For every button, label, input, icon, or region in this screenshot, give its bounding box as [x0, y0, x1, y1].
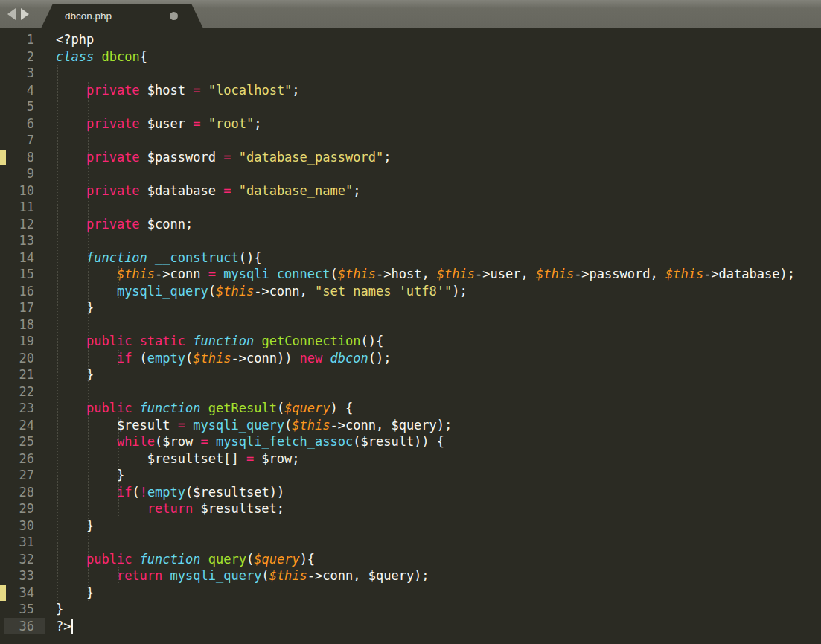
code-text: return $resultset;	[46, 500, 284, 517]
line-number: 18	[0, 316, 46, 334]
code-text: $resultset[] = $row;	[46, 450, 300, 468]
line-number: 32	[0, 551, 46, 568]
code-text	[46, 383, 56, 401]
code-line[interactable]: 32 public function query($query){	[0, 551, 821, 568]
nav-forward-icon[interactable]	[21, 8, 29, 20]
code-text: }	[46, 299, 94, 316]
line-number: 11	[0, 199, 46, 216]
line-number: 15	[0, 266, 46, 283]
code-line[interactable]: 23 public function getResult($query) {	[0, 400, 821, 417]
code-text	[46, 232, 56, 249]
code-text: private $host = "localhost";	[46, 82, 300, 99]
code-line[interactable]: 7	[0, 132, 821, 149]
code-text: $result = mysqli_query($this->conn, $que…	[46, 417, 452, 434]
tab-dbcon-php[interactable]: dbcon.php	[41, 4, 203, 28]
line-number: 16	[0, 283, 46, 300]
code-line[interactable]: 17 }	[0, 299, 821, 316]
code-text: }	[46, 601, 63, 618]
line-number: 8	[0, 149, 46, 166]
unsaved-changes-dot-icon	[170, 12, 178, 20]
code-text: if(!empty($resultset))	[46, 484, 284, 501]
code-line[interactable]: 20 if (empty($this->conn)) new dbcon();	[0, 350, 821, 367]
code-line[interactable]: 25 while($row = mysqli_fetch_assoc($resu…	[0, 433, 821, 450]
code-line[interactable]: 12 private $conn;	[0, 216, 821, 233]
code-line[interactable]: 26 $resultset[] = $row;	[0, 450, 821, 468]
tab-bar: dbcon.php	[0, 0, 821, 28]
code-text	[46, 65, 56, 82]
code-line[interactable]: 10 private $database = "database_name";	[0, 182, 821, 200]
code-text: public function getResult($query) {	[46, 400, 353, 417]
code-line[interactable]: 4 private $host = "localhost";	[0, 82, 821, 99]
code-text: class dbcon{	[46, 48, 147, 66]
code-line[interactable]: 28 if(!empty($resultset))	[0, 484, 821, 501]
code-line[interactable]: 16 mysqli_query($this->conn, "set names …	[0, 283, 821, 300]
code-text: }	[46, 467, 124, 484]
line-number: 29	[0, 500, 46, 517]
code-line[interactable]: 36?>	[0, 618, 821, 635]
line-number: 21	[0, 366, 46, 383]
code-text: while($row = mysqli_fetch_assoc($result)…	[46, 433, 444, 450]
code-line[interactable]: 27 }	[0, 467, 821, 484]
code-text: mysqli_query($this->conn, "set names 'ut…	[46, 283, 467, 300]
code-text: public function query($query){	[46, 551, 315, 568]
line-number: 5	[0, 98, 46, 115]
code-line[interactable]: 31	[0, 534, 821, 551]
code-line[interactable]: 9	[0, 165, 821, 182]
tab-nav-arrows	[7, 8, 29, 20]
code-line[interactable]: 3	[0, 65, 821, 82]
code-text: return mysqli_query($this->conn, $query)…	[46, 567, 429, 584]
line-number: 14	[0, 249, 46, 267]
code-text: private $password = "database_password";	[46, 149, 391, 166]
line-number: 3	[0, 65, 46, 82]
line-number: 9	[0, 165, 46, 182]
code-lines: 1<?php2class dbcon{34 private $host = "l…	[0, 31, 821, 634]
current-line-gutter-highlight	[4, 618, 45, 635]
code-text: }	[46, 584, 94, 602]
code-line[interactable]: 33 return mysqli_query($this->conn, $que…	[0, 567, 821, 584]
code-line[interactable]: 24 $result = mysqli_query($this->conn, $…	[0, 417, 821, 434]
line-number: 10	[0, 182, 46, 200]
code-line[interactable]: 1<?php	[0, 31, 821, 48]
line-number: 34	[0, 584, 46, 602]
code-line[interactable]: 22	[0, 383, 821, 401]
code-line[interactable]: 15 $this->conn = mysqli_connect($this->h…	[0, 266, 821, 283]
code-line[interactable]: 14 function __construct(){	[0, 249, 821, 267]
code-text: private $user = "root";	[46, 115, 261, 133]
code-line[interactable]: 5	[0, 98, 821, 115]
code-line[interactable]: 30 }	[0, 517, 821, 535]
code-text: ?>	[46, 618, 73, 635]
line-number: 4	[0, 82, 46, 99]
code-line[interactable]: 8 private $password = "database_password…	[0, 149, 821, 166]
code-line[interactable]: 34 }	[0, 584, 821, 602]
line-number: 33	[0, 567, 46, 584]
code-line[interactable]: 21 }	[0, 366, 821, 383]
code-line[interactable]: 13	[0, 232, 821, 249]
line-number: 6	[0, 115, 46, 133]
code-line[interactable]: 29 return $resultset;	[0, 500, 821, 517]
line-number: 26	[0, 450, 46, 468]
code-line[interactable]: 11	[0, 199, 821, 216]
code-line[interactable]: 18	[0, 316, 821, 334]
code-line[interactable]: 19 public static function getConnection(…	[0, 333, 821, 350]
line-number: 23	[0, 400, 46, 417]
code-line[interactable]: 2class dbcon{	[0, 48, 821, 66]
modified-line-marker	[0, 150, 6, 165]
code-text: if (empty($this->conn)) new dbcon();	[46, 350, 391, 367]
code-text	[46, 534, 56, 551]
line-number: 35	[0, 601, 46, 618]
nav-back-icon[interactable]	[7, 8, 16, 20]
code-text	[46, 165, 56, 182]
line-number: 1	[0, 31, 46, 48]
code-text	[46, 98, 56, 115]
editor-window: dbcon.php 1<?php2class dbcon{34 private …	[0, 0, 821, 644]
code-line[interactable]: 35}	[0, 601, 821, 618]
code-text: public static function getConnection(){	[46, 333, 383, 350]
code-text	[46, 316, 56, 334]
code-text: private $conn;	[46, 216, 193, 233]
line-number: 17	[0, 299, 46, 316]
line-number: 27	[0, 467, 46, 484]
line-number: 31	[0, 534, 46, 551]
code-line[interactable]: 6 private $user = "root";	[0, 115, 821, 133]
code-editor[interactable]: 1<?php2class dbcon{34 private $host = "l…	[0, 28, 821, 644]
line-number: 13	[0, 232, 46, 249]
